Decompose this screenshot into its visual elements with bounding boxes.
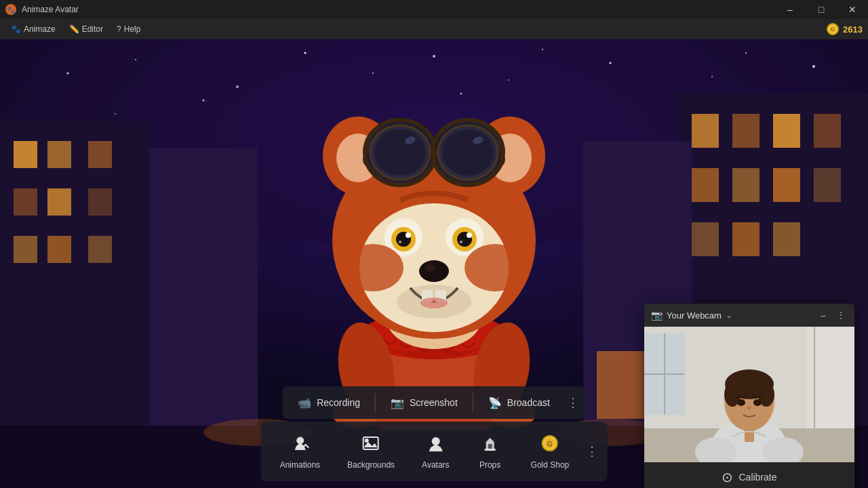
svg-point-4 [236, 85, 239, 88]
calibrate-label: Calibrate [738, 472, 776, 483]
menu-animaze[interactable]: 🐾 Animaze [5, 22, 61, 37]
screenshot-button[interactable]: 📷 Screenshot [378, 391, 470, 415]
svg-point-99 [296, 437, 303, 444]
svg-rect-79 [431, 147, 437, 158]
svg-text:G: G [547, 441, 553, 448]
webcam-video-svg [644, 327, 854, 462]
menubar: 🐾 Animaze ✏️ Editor ? Help G 2613 [0, 19, 868, 39]
calibrate-button[interactable]: ⊙ Calibrate [644, 462, 854, 488]
gold-counter: G 2613 [827, 23, 863, 35]
svg-rect-35 [814, 114, 841, 148]
broadcast-button[interactable]: 📡 Broadcast [476, 391, 562, 415]
svg-point-100 [365, 439, 369, 443]
bottom-toolbars: 📹 Recording 📷 Screenshot 📡 Broadcast ⋮ [261, 386, 608, 481]
svg-rect-41 [732, 222, 760, 256]
svg-point-91 [419, 260, 449, 282]
svg-point-84 [406, 232, 411, 238]
backgrounds-icon [361, 434, 380, 458]
webcam-chevron-icon[interactable]: ⌄ [726, 310, 732, 320]
action-bar: 📹 Recording 📷 Screenshot 📡 Broadcast ⋮ [283, 386, 585, 419]
svg-rect-104 [488, 444, 492, 449]
svg-rect-34 [773, 114, 800, 148]
svg-rect-103 [485, 449, 496, 451]
svg-rect-42 [773, 222, 800, 256]
svg-rect-32 [692, 114, 719, 148]
svg-point-123 [753, 399, 762, 406]
svg-point-12 [115, 113, 116, 115]
minimize-button[interactable]: – [774, 0, 806, 19]
close-button[interactable]: ✕ [837, 0, 868, 19]
svg-rect-24 [88, 188, 112, 216]
svg-point-92 [425, 264, 436, 272]
svg-point-89 [467, 232, 472, 238]
nav-avatars[interactable]: Avatars [408, 430, 462, 474]
help-icon: ? [117, 24, 121, 34]
titlebar-left: 🐾 Animaze Avatar [0, 4, 79, 15]
webcam-title-area: 📷 Your Webcam ⌄ [651, 310, 732, 321]
svg-point-16 [745, 52, 747, 54]
svg-point-122 [737, 399, 745, 406]
webcam-title: Your Webcam [667, 310, 722, 321]
webcam-panel: 📷 Your Webcam ⌄ – ⋮ [644, 304, 854, 488]
svg-point-11 [812, 65, 815, 68]
recording-button[interactable]: 📹 Recording [285, 391, 372, 415]
app-icon: 🐾 [5, 4, 16, 15]
gold-amount: 2613 [843, 24, 863, 35]
svg-rect-21 [88, 141, 112, 168]
screenshot-icon: 📷 [391, 396, 404, 409]
nav-gold-shop[interactable]: G Gold Shop [517, 430, 583, 474]
nav-backgrounds[interactable]: Backgrounds [334, 430, 408, 474]
nav-bar: Animations Backgrounds [261, 422, 608, 481]
webcam-header: 📷 Your Webcam ⌄ – ⋮ [644, 304, 854, 327]
svg-rect-23 [47, 188, 71, 216]
webcam-video-area [644, 327, 854, 462]
action-more-button[interactable]: ⋮ [564, 393, 583, 412]
svg-rect-36 [692, 168, 719, 202]
svg-point-102 [431, 437, 439, 445]
animations-icon [290, 434, 309, 458]
svg-point-85 [399, 241, 401, 243]
svg-rect-25 [14, 236, 37, 263]
svg-point-3 [135, 59, 136, 60]
gold-shop-icon: G [540, 434, 559, 458]
action-divider-1 [375, 393, 376, 412]
props-icon [481, 434, 500, 458]
animaze-icon: 🐾 [11, 24, 21, 34]
svg-point-75 [442, 129, 494, 176]
avatar-svg [258, 39, 610, 430]
viewport: 📹 Recording 📷 Screenshot 📡 Broadcast ⋮ [0, 39, 868, 488]
editor-icon: ✏️ [69, 24, 79, 34]
svg-rect-27 [88, 236, 112, 263]
svg-rect-19 [14, 141, 37, 168]
menu-help[interactable]: ? Help [111, 22, 146, 37]
gold-coin-icon: G [827, 23, 839, 35]
svg-point-69 [374, 129, 426, 176]
nav-props[interactable]: Props [463, 430, 517, 474]
menu-editor[interactable]: ✏️ Editor [64, 22, 108, 37]
svg-point-13 [203, 100, 205, 102]
nav-more-button[interactable]: ⋮ [583, 442, 601, 461]
svg-point-2 [67, 73, 69, 75]
maximize-button[interactable]: □ [806, 0, 837, 19]
webcam-camera-icon: 📷 [651, 310, 663, 321]
svg-rect-33 [732, 114, 760, 148]
svg-point-97 [465, 244, 526, 291]
svg-rect-124 [745, 428, 754, 442]
titlebar: 🐾 Animaze Avatar – □ ✕ [0, 0, 868, 19]
webcam-minimize-button[interactable]: – [816, 308, 830, 322]
titlebar-controls: – □ ✕ [774, 0, 868, 19]
svg-rect-40 [692, 222, 719, 256]
avatar-display [258, 39, 610, 417]
action-divider-2 [473, 393, 473, 412]
webcam-more-button[interactable]: ⋮ [834, 308, 848, 322]
svg-point-10 [711, 76, 713, 77]
svg-rect-111 [814, 327, 815, 428]
calibrate-icon: ⊙ [722, 469, 733, 485]
avatars-icon [426, 434, 445, 458]
recording-icon: 📹 [298, 396, 311, 409]
broadcast-icon: 📡 [488, 396, 502, 409]
svg-rect-26 [47, 236, 71, 263]
webcam-controls-right: – ⋮ [816, 308, 848, 322]
nav-animations[interactable]: Animations [267, 430, 334, 474]
app-title: Animaze Avatar [22, 5, 79, 14]
